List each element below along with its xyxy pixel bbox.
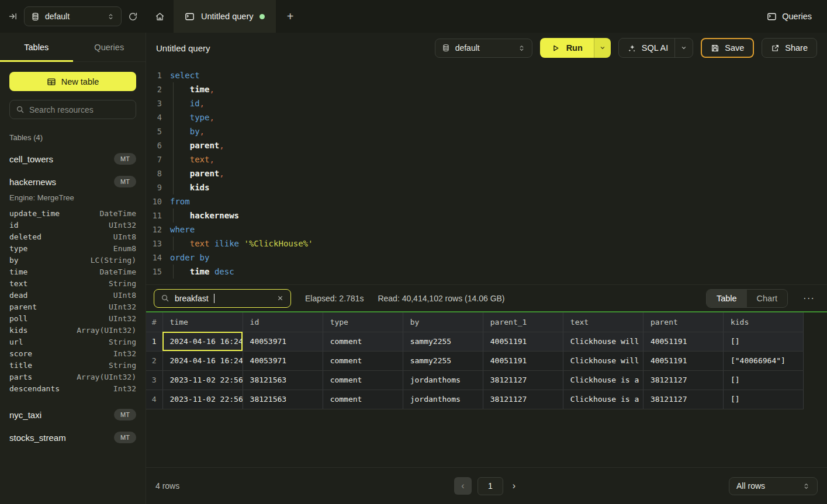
- column-name: update_time: [9, 209, 60, 218]
- code-token: hackernews: [190, 211, 239, 220]
- cell-kids[interactable]: []: [723, 332, 803, 351]
- column-header-kids[interactable]: kids: [723, 312, 803, 332]
- column-name: type: [9, 244, 27, 253]
- cell-text[interactable]: Clickhouse is a …: [563, 370, 643, 390]
- table-item-cell_towers[interactable]: cell_towersMT: [9, 153, 136, 165]
- column-header-text[interactable]: text: [563, 312, 643, 332]
- cell-text[interactable]: Clickhouse will …: [563, 351, 643, 370]
- table-item-stocks_stream[interactable]: stocks_streamMT: [9, 432, 136, 443]
- search-icon: [161, 294, 169, 303]
- cell-id[interactable]: 40053971: [243, 332, 323, 351]
- table-row[interactable]: 42023-11-02 22:56…38121563commentjordant…: [146, 390, 804, 409]
- table-row[interactable]: 32023-11-02 22:56…38121563commentjordant…: [146, 370, 804, 390]
- cell-by[interactable]: sammy2255: [403, 332, 483, 351]
- cell-time[interactable]: 2023-11-02 22:56…: [162, 390, 243, 409]
- row-index-cell[interactable]: 4: [146, 390, 162, 409]
- query-database-selector[interactable]: default: [435, 39, 532, 58]
- view-tab-table[interactable]: Table: [707, 290, 747, 307]
- queries-button[interactable]: Queries: [767, 12, 812, 22]
- line-code: from: [170, 194, 190, 208]
- cell-type[interactable]: comment: [323, 351, 403, 370]
- refresh-icon[interactable]: [128, 12, 138, 22]
- column-header-type[interactable]: type: [323, 312, 403, 332]
- topbar-left: default: [0, 0, 146, 33]
- column-header-parent[interactable]: parent: [643, 312, 723, 332]
- page-size-value: All rows: [736, 481, 765, 491]
- cell-by[interactable]: sammy2255: [403, 351, 483, 370]
- pagination: ‹ 1 ›: [454, 477, 519, 495]
- cell-kids[interactable]: ["40066964"]: [723, 351, 803, 370]
- share-button[interactable]: Share: [762, 38, 817, 58]
- sidebar-tab-queries[interactable]: Queries: [73, 33, 146, 61]
- prev-page-button[interactable]: ‹: [454, 477, 472, 495]
- chevron-down-icon: [599, 44, 606, 51]
- results-header-row: #timeidtypebyparent_1textparentkids: [146, 312, 804, 332]
- current-page[interactable]: 1: [477, 477, 503, 495]
- column-header-parent_1[interactable]: parent_1: [483, 312, 563, 332]
- sql-editor[interactable]: 1select2 time,3 id,4 type,5 by,6 parent,…: [146, 63, 827, 284]
- more-options-icon[interactable]: ···: [803, 293, 815, 304]
- cell-parent_1[interactable]: 38121127: [483, 370, 563, 390]
- new-tab-button[interactable]: +: [276, 0, 304, 33]
- column-header-by[interactable]: by: [403, 312, 483, 332]
- sidebar-tab-tables[interactable]: Tables: [0, 33, 73, 61]
- cell-parent_1[interactable]: 38121127: [483, 390, 563, 409]
- cell-time[interactable]: 2023-11-02 22:56…: [162, 370, 243, 390]
- tables-section-title: Tables (4): [9, 133, 136, 142]
- table-row[interactable]: 12024-04-16 16:24…40053971commentsammy22…: [146, 332, 804, 351]
- home-button[interactable]: [146, 0, 174, 33]
- column-header-time[interactable]: time: [162, 312, 243, 332]
- sql-ai-button[interactable]: SQL AI: [618, 38, 693, 58]
- cell-parent_1[interactable]: 40051191: [483, 332, 563, 351]
- collapse-sidebar-icon[interactable]: [8, 12, 18, 21]
- run-button[interactable]: Run: [540, 38, 594, 58]
- cell-text[interactable]: Clickhouse will …: [563, 332, 643, 351]
- cell-id[interactable]: 38121563: [243, 390, 323, 409]
- cell-parent[interactable]: 38121127: [643, 370, 723, 390]
- cell-time[interactable]: 2024-04-16 16:24…: [162, 351, 243, 370]
- code-token: text: [190, 155, 210, 164]
- table-row[interactable]: 22024-04-16 16:24…40053971commentsammy22…: [146, 351, 804, 370]
- table-item-hackernews[interactable]: hackernewsMT: [9, 176, 136, 187]
- column-row: textString: [9, 277, 136, 289]
- save-button[interactable]: Save: [701, 38, 754, 58]
- cell-type[interactable]: comment: [323, 370, 403, 390]
- cell-type[interactable]: comment: [323, 332, 403, 351]
- column-header-index[interactable]: #: [146, 312, 162, 332]
- new-table-button[interactable]: New table: [9, 72, 136, 91]
- new-table-label: New table: [61, 77, 99, 86]
- cell-time[interactable]: 2024-04-16 16:24…: [162, 332, 243, 351]
- search-icon: [16, 105, 25, 114]
- cell-text[interactable]: Clickhouse is a …: [563, 390, 643, 409]
- next-page-button[interactable]: ›: [509, 481, 519, 491]
- cell-type[interactable]: comment: [323, 390, 403, 409]
- cell-kids[interactable]: []: [723, 390, 803, 409]
- cell-kids[interactable]: []: [723, 370, 803, 390]
- row-index-cell[interactable]: 3: [146, 370, 162, 390]
- cell-by[interactable]: jordanthoms: [403, 390, 483, 409]
- cell-id[interactable]: 38121563: [243, 370, 323, 390]
- tab-untitled-query[interactable]: Untitled query: [174, 0, 276, 33]
- results-search-input[interactable]: breakfast: [154, 289, 291, 308]
- cell-by[interactable]: jordanthoms: [403, 370, 483, 390]
- column-header-id[interactable]: id: [243, 312, 323, 332]
- column-type: DateTime: [99, 267, 136, 276]
- cell-parent[interactable]: 40051191: [643, 351, 723, 370]
- cell-parent_1[interactable]: 40051191: [483, 351, 563, 370]
- cell-parent[interactable]: 38121127: [643, 390, 723, 409]
- topbar-database-selector[interactable]: default: [24, 6, 122, 26]
- cell-id[interactable]: 40053971: [243, 351, 323, 370]
- row-index-cell[interactable]: 2: [146, 351, 162, 370]
- row-index-cell[interactable]: 1: [146, 332, 162, 351]
- sql-ai-options-button[interactable]: [674, 39, 693, 57]
- view-tab-chart[interactable]: Chart: [747, 290, 787, 307]
- clear-search-icon[interactable]: [276, 294, 284, 302]
- editor-line: 9 kids: [146, 180, 827, 194]
- table-columns-list: update_timeDateTimeidUInt32deletedUInt8t…: [9, 207, 136, 394]
- resource-search-input[interactable]: Search resources: [9, 100, 136, 119]
- column-type: Int32: [113, 384, 136, 393]
- cell-parent[interactable]: 40051191: [643, 332, 723, 351]
- page-size-selector[interactable]: All rows: [729, 477, 818, 495]
- table-item-nyc_taxi[interactable]: nyc_taxiMT: [9, 409, 136, 420]
- run-options-button[interactable]: [594, 38, 611, 58]
